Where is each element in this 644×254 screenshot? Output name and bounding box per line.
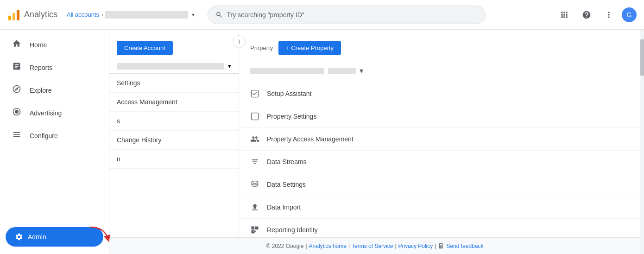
account-value-blurred <box>117 63 224 70</box>
data-import-icon <box>250 203 259 212</box>
account-name-blurred <box>105 11 188 19</box>
sidebar-advertising-label: Advertising <box>30 109 62 117</box>
data-import-item[interactable]: Data Import <box>239 196 640 219</box>
property-access-item[interactable]: Property Access Management <box>239 128 640 151</box>
create-account-button[interactable]: Create Account <box>117 41 173 55</box>
setup-assistant-icon <box>250 89 259 98</box>
analytics-home-link[interactable]: Analytics home <box>309 243 347 249</box>
app-title: Analytics <box>24 10 57 19</box>
admin-content: Create Account ▾ Settings Access Managem… <box>109 30 640 237</box>
footer-sep2: | <box>348 243 350 249</box>
svg-point-6 <box>252 181 258 184</box>
svg-rect-1 <box>13 13 15 20</box>
panel-collapse-button[interactable]: ⟩ <box>233 35 246 48</box>
logo-section: Analytics <box>7 8 57 21</box>
data-settings-icon <box>250 180 259 189</box>
footer: © 2022 Google | Analytics home | Terms o… <box>109 237 640 254</box>
svg-rect-5 <box>252 113 259 120</box>
more-options-button[interactable] <box>600 6 618 24</box>
create-property-button[interactable]: + Create Property <box>278 41 341 55</box>
configure-icon <box>11 130 22 141</box>
sidebar-item-home[interactable]: Home <box>0 33 105 56</box>
property-access-label: Property Access Management <box>267 135 354 143</box>
account-n-label: n <box>117 155 120 163</box>
scrollbar-thumb[interactable] <box>640 39 644 76</box>
sidebar-item-explore[interactable]: Explore <box>0 79 105 102</box>
property-settings-icon <box>250 112 259 121</box>
content-area: Create Account ▾ Settings Access Managem… <box>109 30 640 254</box>
search-placeholder-text: Try searching "property ID" <box>227 11 304 19</box>
data-streams-item[interactable]: Data Streams <box>239 151 640 173</box>
terms-of-service-link[interactable]: Terms of Service <box>352 243 393 249</box>
search-icon <box>215 11 223 19</box>
apps-grid-button[interactable] <box>555 6 574 24</box>
analytics-logo-icon <box>7 8 20 21</box>
property-settings-item[interactable]: Property Settings <box>239 105 640 128</box>
account-dropdown-row[interactable]: ▾ <box>109 59 239 74</box>
sidebar-item-configure[interactable]: Configure <box>0 124 105 147</box>
property-value-blurred <box>250 68 324 74</box>
all-accounts-link[interactable]: All accounts <box>67 11 99 18</box>
left-panel: Create Account ▾ Settings Access Managem… <box>109 30 239 237</box>
admin-arrow-indicator <box>86 222 114 246</box>
data-import-label: Data Import <box>267 203 301 211</box>
sidebar-explore-label: Explore <box>30 87 51 94</box>
sidebar-item-reports[interactable]: Reports <box>0 56 105 79</box>
data-settings-item[interactable]: Data Settings <box>239 173 640 196</box>
help-button[interactable] <box>577 6 596 24</box>
data-streams-label: Data Streams <box>267 158 307 165</box>
account-settings-item[interactable]: Settings <box>109 74 239 93</box>
footer-sep4: | <box>435 243 436 249</box>
footer-copyright: © 2022 Google <box>266 243 304 249</box>
explore-icon <box>11 84 22 96</box>
account-dropdown-arrow[interactable]: ▾ <box>192 12 195 18</box>
search-bar[interactable]: Try searching "property ID" <box>208 6 486 24</box>
account-n-item[interactable]: n <box>109 150 239 169</box>
account-access-item[interactable]: Access Management <box>109 93 239 112</box>
sidebar: Home Reports Explore Advertising Configu… <box>0 30 109 254</box>
home-icon <box>11 39 22 51</box>
user-avatar[interactable]: G <box>622 7 637 22</box>
svg-point-3 <box>15 110 19 114</box>
property-header: Property + Create Property <box>239 37 640 63</box>
footer-sep3: | <box>395 243 396 249</box>
scrollbar-track <box>640 30 644 254</box>
property-settings-label: Property Settings <box>267 113 316 120</box>
send-feedback-link[interactable]: Send feedback <box>446 243 483 249</box>
sidebar-home-label: Home <box>30 41 47 49</box>
sidebar-configure-label: Configure <box>30 132 58 140</box>
property-dropdown-row[interactable]: ▾ <box>239 63 640 79</box>
reports-icon <box>11 62 22 73</box>
main-layout: Home Reports Explore Advertising Configu… <box>0 30 644 254</box>
account-settings-label: Settings <box>117 79 140 87</box>
setup-assistant-label: Setup Assistant <box>267 90 312 97</box>
sidebar-item-advertising[interactable]: Advertising <box>0 102 105 124</box>
advertising-icon <box>11 107 22 119</box>
reporting-identity-item[interactable]: Reporting Identity <box>239 219 640 237</box>
reporting-identity-icon <box>250 225 259 235</box>
property-access-icon <box>250 134 259 144</box>
account-history-item[interactable]: Change History <box>109 131 239 150</box>
privacy-policy-link[interactable]: Privacy Policy <box>398 243 433 249</box>
property-label: Property <box>250 44 273 51</box>
admin-label: Admin <box>28 233 46 241</box>
data-streams-icon <box>250 157 259 166</box>
setup-assistant-item[interactable]: Setup Assistant <box>239 83 640 105</box>
right-panel: Property + Create Property ▾ Setup Assis… <box>239 30 640 237</box>
data-settings-label: Data Settings <box>267 181 306 188</box>
property-dropdown-chevron: ▾ <box>360 66 363 75</box>
property-value-blurred2 <box>328 68 356 74</box>
breadcrumb-separator: › <box>101 11 103 18</box>
sidebar-bottom: Admin <box>0 223 109 254</box>
svg-rect-0 <box>8 16 11 20</box>
create-account-label: Create Account <box>124 44 165 51</box>
account-s-label: s <box>117 117 120 125</box>
sidebar-reports-label: Reports <box>30 64 52 71</box>
gear-icon <box>15 233 23 241</box>
create-property-label: + Create Property <box>286 44 334 51</box>
feedback-icon: 🖩 <box>438 242 444 250</box>
svg-rect-2 <box>17 10 19 20</box>
footer-sep1: | <box>305 243 307 249</box>
account-dropdown-chevron: ▾ <box>228 63 231 70</box>
account-s-item[interactable]: s <box>109 112 239 131</box>
